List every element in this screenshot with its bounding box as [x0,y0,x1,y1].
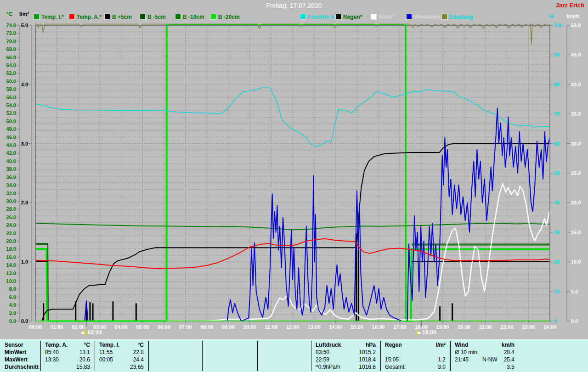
minwert-row [148,349,202,356]
rain-axis-label: 3.0 [21,141,28,147]
humidity-axis-label: 90 [554,52,560,57]
humidity-axis-label: 70 [554,111,560,117]
temp-axis-label: 44.0 [6,142,16,148]
cell-time [450,363,479,371]
cell-value [253,356,257,363]
cell-time [148,356,177,363]
rain-axis-label: 1.0 [21,259,28,265]
cell-time [95,363,123,371]
table-column-empty [257,341,311,371]
table-column-header [257,341,311,349]
humidity-axis-label: 50 [554,170,560,176]
temp-axis-label: 10.0 [6,278,16,284]
table-column-empty [202,341,257,371]
cell-value [198,363,202,371]
cell-value [306,349,311,356]
cell-value: 20.4 [504,349,519,356]
cell-value [253,363,257,371]
temp-axis-label: 2.0 [9,310,16,316]
maxwert-row: 22:591018.4 [311,356,380,363]
humidity-axis-label: 80 [554,82,560,87]
cell-time: 21:45 [450,356,479,363]
cell-direction [409,356,413,363]
column-unit [198,341,202,349]
cell-direction [69,356,73,363]
column-unit [306,341,311,349]
cell-value: 13.1 [79,349,95,356]
cell-time [202,356,231,363]
wind-axis-label: 45.0 [571,52,581,57]
rain-axis-label: 2.0 [21,200,28,205]
cell-value [198,356,202,363]
hour-label: 05:00 [136,324,149,330]
rain-axis-label: 0.0 [21,318,28,324]
marker-time-label: 18:00 [422,329,436,336]
cell-value [253,349,257,356]
temp-axis-label: 56.0 [6,95,16,100]
cell-value: 24.4 [133,356,148,363]
temp-axis-label: 30.0 [6,198,16,204]
cell-value: 1.2 [438,356,450,363]
cell-time: 15:05 [380,356,409,363]
column-unit [253,341,257,349]
temp-axis-label: 28.0 [6,206,16,212]
hour-label: 08:00 [200,324,213,330]
column-name: Luftdruck [311,341,341,349]
minwert-row: 03:501015.2 [311,349,380,356]
cell-time: 05:40 [40,349,69,356]
wind-axis-label: 10.0 [571,259,581,265]
cell-value [198,349,202,356]
column-name: Wind [450,341,468,349]
column-name: Temp. A. [40,341,68,349]
durchschnitt-row [202,363,257,371]
temp-axis-label: 26.0 [6,214,16,220]
column-name [257,341,262,349]
table-column-header [148,341,202,349]
column-unit: °C [138,341,148,349]
cell-value [306,363,311,371]
hour-label: 21:00 [479,324,492,330]
wind-axis-label: 20.0 [571,200,581,205]
table-column-header: Temp. I.°C [95,341,148,349]
humidity-axis-label: 100 [554,23,562,28]
wind-axis-label: 15.0 [571,230,581,235]
sunset-icon [415,330,421,336]
maxwert-row: 15:051.2 [380,356,450,363]
minwert-row: 11:5522.8 [95,349,148,356]
cell-time: Gesamt: [380,363,409,371]
hour-label: 04:00 [115,324,128,330]
minwert-row [380,349,450,356]
temp-axis-label: 6.0 [9,294,16,300]
temp-axis-label: 72.0 [6,30,16,36]
marker-time-label: 02:24 [88,329,102,336]
maxwert-row: 13:3020.6 [40,356,95,363]
cell-time [257,349,286,356]
cell-time [202,363,231,371]
durchschnitt-row: 3.5 [450,363,519,371]
hour-label: 19:00 [436,324,449,330]
durchschnitt-row: 15.83 [40,363,95,371]
temp-axis-label: 16.0 [6,254,16,260]
temp-axis-label: 12.0 [6,271,16,276]
table-column-header [202,341,257,349]
chart-area: 0.02.04.06.08.010.012.014.016.018.020.02… [0,0,588,340]
cell-time [148,349,177,356]
hour-label: 23:00 [522,324,535,330]
humidity-axis-label: 60 [554,141,560,147]
cell-direction [177,356,181,363]
cell-value: 20.6 [79,356,95,363]
table-column-empty [148,341,202,371]
wind-axis-label: 35.0 [571,111,581,117]
cell-time [257,356,286,363]
column-unit: °C [84,341,95,349]
chart-canvas: 0.02.04.06.08.010.012.014.016.018.020.02… [0,0,588,338]
cell-value: 1015.2 [359,349,380,356]
hour-label: 14:00 [329,324,342,330]
humidity-axis-label: 40 [554,200,560,205]
hour-label: 16:00 [372,324,385,330]
temp-axis-label: 4.0 [9,302,16,308]
humidity-axis-label: 30 [554,230,560,235]
cell-direction [123,356,127,363]
cell-time: Ø 10 min. [450,349,479,356]
cell-value: 1016.6 [359,363,380,371]
